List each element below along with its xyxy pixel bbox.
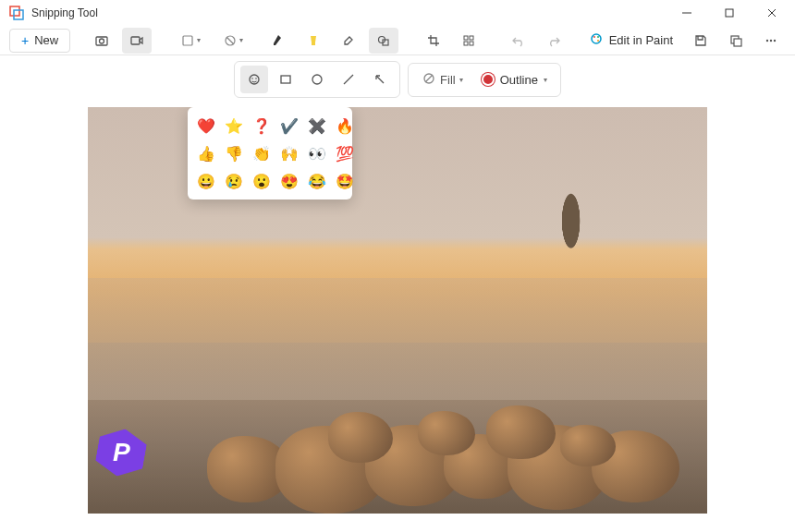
svg-rect-8 xyxy=(131,37,140,44)
rectangle-shape-button[interactable] xyxy=(272,66,300,93)
svg-rect-3 xyxy=(726,9,733,17)
svg-line-11 xyxy=(226,37,234,44)
emoji-cry[interactable]: 😢 xyxy=(223,170,245,192)
svg-point-20 xyxy=(593,36,595,38)
svg-point-19 xyxy=(592,34,601,43)
emoji-star-eyes[interactable]: 🤩 xyxy=(334,170,356,192)
circle-shape-button[interactable] xyxy=(303,66,331,93)
emoji-fire[interactable]: 🔥 xyxy=(334,115,356,137)
pen-tool-button[interactable] xyxy=(263,28,293,54)
highlighter-tool-button[interactable] xyxy=(299,28,328,54)
svg-rect-1 xyxy=(14,10,23,19)
emoji-laugh[interactable]: 😂 xyxy=(306,170,328,192)
svg-point-32 xyxy=(312,75,322,84)
emoji-thumbs-up[interactable]: 👍 xyxy=(195,142,217,164)
svg-point-27 xyxy=(774,39,776,41)
svg-line-36 xyxy=(425,75,433,82)
svg-point-7 xyxy=(100,39,104,43)
redo-button[interactable] xyxy=(539,28,569,54)
svg-rect-16 xyxy=(470,36,473,40)
emoji-heart[interactable]: ❤️ xyxy=(195,115,217,137)
emoji-question[interactable]: ❓ xyxy=(251,115,273,137)
canvas-area: P ❤️ ⭐ ❓ ✔️ ✖️ 🔥 👍 👎 👏 🙌 👀 💯 😀 😢 😮 😍 😂 🤩 xyxy=(0,103,795,517)
emoji-wow[interactable]: 😮 xyxy=(251,170,273,192)
emoji-clap[interactable]: 👏 xyxy=(251,142,273,164)
chevron-down-icon: ▾ xyxy=(459,76,463,84)
svg-point-22 xyxy=(597,40,599,42)
outline-dropdown[interactable]: Outline ▾ xyxy=(474,69,555,91)
copy-button[interactable] xyxy=(721,28,751,54)
emoji-check[interactable]: ✔️ xyxy=(278,115,300,137)
shapes-tool-button[interactable] xyxy=(369,28,398,54)
emoji-shape-button[interactable] xyxy=(240,66,268,93)
arrow-shape-button[interactable] xyxy=(366,66,394,93)
delay-dropdown[interactable]: ▾ xyxy=(214,28,251,54)
svg-point-21 xyxy=(597,36,599,38)
emoji-hundred[interactable]: 💯 xyxy=(334,142,356,164)
new-button[interactable]: + New xyxy=(9,29,70,53)
undo-button[interactable] xyxy=(504,28,533,54)
eraser-tool-button[interactable] xyxy=(334,28,363,54)
shape-sub-toolbar: Fill ▾ Outline ▾ xyxy=(0,55,795,103)
svg-rect-24 xyxy=(734,39,741,46)
chevron-down-icon: ▾ xyxy=(544,76,547,84)
fill-outline-group: Fill ▾ Outline ▾ xyxy=(408,63,561,97)
emoji-eyes[interactable]: 👀 xyxy=(306,142,328,164)
edit-in-paint-label: Edit in Paint xyxy=(609,33,673,47)
save-button[interactable] xyxy=(686,28,716,54)
emoji-grin[interactable]: 😀 xyxy=(195,170,217,192)
text-extract-button[interactable] xyxy=(454,28,483,54)
new-button-label: New xyxy=(34,33,58,47)
plus-icon: + xyxy=(21,33,29,48)
shape-mode-dropdown[interactable]: ▾ xyxy=(172,28,209,54)
svg-rect-31 xyxy=(281,76,290,83)
svg-rect-0 xyxy=(10,6,19,16)
svg-rect-9 xyxy=(183,36,192,45)
svg-rect-17 xyxy=(464,42,468,45)
more-button[interactable] xyxy=(756,28,786,54)
edit-in-paint-button[interactable]: Edit in Paint xyxy=(581,28,680,53)
fill-dropdown[interactable]: Fill ▾ xyxy=(414,67,471,92)
emoji-cross[interactable]: ✖️ xyxy=(306,115,328,137)
svg-point-29 xyxy=(251,78,253,79)
main-toolbar: + New ▾ ▾ Edit in Paint xyxy=(0,26,795,55)
paint-icon xyxy=(589,31,604,49)
svg-point-30 xyxy=(255,78,257,79)
line-shape-button[interactable] xyxy=(335,66,362,93)
maximize-button[interactable] xyxy=(708,0,751,26)
camera-mode-button[interactable] xyxy=(87,28,116,54)
titlebar: Snipping Tool xyxy=(0,0,795,26)
svg-rect-18 xyxy=(470,42,473,45)
emoji-heart-eyes[interactable]: 😍 xyxy=(278,170,300,192)
emoji-thumbs-down[interactable]: 👎 xyxy=(223,142,245,164)
svg-rect-12 xyxy=(312,42,315,45)
captured-image[interactable]: P ❤️ ⭐ ❓ ✔️ ✖️ 🔥 👍 👎 👏 🙌 👀 💯 😀 😢 😮 😍 😂 🤩 xyxy=(88,107,707,514)
svg-line-34 xyxy=(376,76,384,83)
shape-picker-group xyxy=(234,61,400,98)
video-mode-button[interactable] xyxy=(122,28,152,54)
minimize-button[interactable] xyxy=(666,0,708,26)
emoji-picker-popup: ❤️ ⭐ ❓ ✔️ ✖️ 🔥 👍 👎 👏 🙌 👀 💯 😀 😢 😮 😍 😂 🤩 xyxy=(188,107,352,200)
outline-label: Outline xyxy=(500,73,538,87)
outline-color-swatch xyxy=(482,73,495,86)
app-icon xyxy=(9,6,24,20)
fill-label: Fill xyxy=(440,73,456,87)
emoji-raised-hands[interactable]: 🙌 xyxy=(278,142,300,164)
svg-point-26 xyxy=(770,39,772,41)
emoji-star[interactable]: ⭐ xyxy=(223,115,245,137)
svg-rect-6 xyxy=(96,37,107,45)
svg-line-33 xyxy=(344,75,353,84)
close-button[interactable] xyxy=(751,0,793,26)
crop-button[interactable] xyxy=(419,28,448,54)
window-title: Snipping Tool xyxy=(31,6,666,19)
svg-point-25 xyxy=(766,39,768,41)
svg-rect-15 xyxy=(464,36,468,40)
no-fill-icon xyxy=(422,71,436,89)
photo-content xyxy=(88,107,707,514)
